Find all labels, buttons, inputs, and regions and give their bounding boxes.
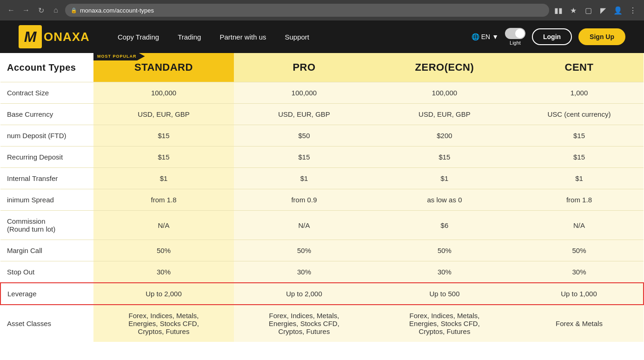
url-bar[interactable]: 🔒 monaxa.com/account-types — [65, 4, 549, 17]
table-header-row: Account Types MOST POPULAR STANDARD PRO … — [0, 53, 644, 82]
forward-button[interactable]: → — [20, 5, 32, 16]
row-cell: $15 — [515, 147, 644, 168]
row-cell: $1 — [374, 168, 515, 189]
profile-button[interactable]: 👤 — [612, 5, 624, 16]
row-cell: as low as 0 — [374, 189, 515, 211]
row-cell: USD, EUR, GBP — [234, 104, 374, 125]
chevron-down-icon: ▼ — [492, 33, 498, 40]
row-cell: USC (cent currency) — [515, 104, 644, 125]
table-row: Contract Size100,000100,000100,0001,000 — [0, 82, 644, 104]
row-cell: 100,000 — [93, 82, 234, 104]
row-cell: Forex, Indices, Metals,Energies, Stocks … — [374, 305, 515, 342]
nav-actions: 🌐 EN ▼ Light Login Sign Up — [471, 28, 625, 46]
extensions-button[interactable]: ▢ — [583, 5, 594, 16]
logo-text: ONAXA — [44, 30, 90, 44]
table-row: inimum Spreadfrom 1.8from 0.9as low as 0… — [0, 189, 644, 211]
refresh-button[interactable]: ↻ — [35, 5, 46, 16]
row-cell: Up to 2,000 — [93, 283, 234, 305]
row-cell: $15 — [374, 147, 515, 168]
row-label: Base Currency — [0, 104, 93, 125]
lock-icon: 🔒 — [71, 7, 77, 13]
row-cell: Forex & Metals — [515, 305, 644, 342]
row-cell: USD, EUR, GBP — [374, 104, 515, 125]
table-row: Recurring Deposit$15$15$15$15 — [0, 147, 644, 168]
row-cell: 50% — [234, 240, 374, 261]
table-row: Margin Call50%50%50%50% — [0, 240, 644, 261]
split-button[interactable]: ◤ — [598, 5, 609, 16]
row-cell: $1 — [515, 168, 644, 189]
toggle-label: Light — [510, 40, 521, 46]
row-cell: $15 — [93, 147, 234, 168]
row-label: Internal Transfer — [0, 168, 93, 189]
theme-toggle-container: Light — [505, 28, 525, 46]
standard-column-header: MOST POPULAR STANDARD — [93, 53, 234, 82]
zero-column-header: ZERO(ECN) — [374, 53, 515, 82]
back-button[interactable]: ← — [6, 5, 17, 16]
pro-column-header: PRO — [234, 53, 374, 82]
row-cell: 50% — [515, 240, 644, 261]
row-cell: 100,000 — [234, 82, 374, 104]
row-cell: $1 — [234, 168, 374, 189]
row-cell: Up to 2,000 — [234, 283, 374, 305]
row-cell: 30% — [374, 261, 515, 283]
theme-toggle[interactable] — [505, 28, 525, 39]
row-cell: USD, EUR, GBP — [93, 104, 234, 125]
row-cell: $15 — [515, 125, 644, 147]
row-label: Recurring Deposit — [0, 147, 93, 168]
nav-copy-trading[interactable]: Copy Trading — [118, 33, 159, 41]
cast-button[interactable]: ▮▮ — [553, 5, 564, 16]
nav-trading[interactable]: Trading — [178, 33, 201, 41]
logo-icon: M — [19, 25, 42, 48]
table-row: Commission(Round turn lot)N/AN/A$6N/A — [0, 211, 644, 240]
row-cell: $200 — [374, 125, 515, 147]
table-row: Stop Out30%30%30%30% — [0, 261, 644, 283]
table-row: Internal Transfer$1$1$1$1 — [0, 168, 644, 189]
table-row: Base CurrencyUSD, EUR, GBPUSD, EUR, GBPU… — [0, 104, 644, 125]
login-button[interactable]: Login — [532, 28, 572, 45]
account-types-header: Account Types — [0, 53, 93, 82]
menu-button[interactable]: ⋮ — [627, 5, 638, 16]
row-label: num Deposit (FTD) — [0, 125, 93, 147]
row-cell: 30% — [234, 261, 374, 283]
row-cell: Up to 1,000 — [515, 283, 644, 305]
account-types-section: Account Types MOST POPULAR STANDARD PRO … — [0, 53, 644, 360]
cent-column-header: CENT — [515, 53, 644, 82]
row-cell: 50% — [374, 240, 515, 261]
nav-partner[interactable]: Partner with us — [219, 33, 266, 41]
row-cell: $15 — [93, 125, 234, 147]
row-cell: from 1.8 — [515, 189, 644, 211]
home-button[interactable]: ⌂ — [50, 5, 61, 16]
row-cell: 50% — [93, 240, 234, 261]
row-cell: $1 — [93, 168, 234, 189]
account-types-table: Account Types MOST POPULAR STANDARD PRO … — [0, 53, 644, 342]
signup-button[interactable]: Sign Up — [578, 28, 625, 45]
browser-actions: ▮▮ ★ ▢ ◤ 👤 ⋮ — [553, 5, 638, 16]
row-cell: Forex, Indices, Metals,Energies, Stocks … — [234, 305, 374, 342]
row-cell: N/A — [93, 211, 234, 240]
bookmark-button[interactable]: ★ — [568, 5, 579, 16]
nav-links: Copy Trading Trading Partner with us Sup… — [118, 33, 471, 41]
table-row: LeverageUp to 2,000Up to 2,000Up to 500U… — [0, 283, 644, 305]
nav-support[interactable]: Support — [285, 33, 309, 41]
row-cell: from 0.9 — [234, 189, 374, 211]
most-popular-badge: MOST POPULAR — [93, 53, 145, 60]
row-cell: 30% — [93, 261, 234, 283]
lang-selector[interactable]: 🌐 EN ▼ — [471, 33, 498, 40]
globe-icon: 🌐 — [471, 33, 479, 40]
row-label: Margin Call — [0, 240, 93, 261]
row-cell: $50 — [234, 125, 374, 147]
row-label: Stop Out — [0, 261, 93, 283]
lang-text: EN — [481, 33, 490, 40]
row-cell: 100,000 — [374, 82, 515, 104]
row-label: Leverage — [0, 283, 93, 305]
browser-chrome: ← → ↻ ⌂ 🔒 monaxa.com/account-types ▮▮ ★ … — [0, 0, 644, 20]
row-label: inimum Spread — [0, 189, 93, 211]
navbar: M ONAXA Copy Trading Trading Partner wit… — [0, 20, 644, 53]
row-label: Asset Classes — [0, 305, 93, 342]
row-cell: N/A — [234, 211, 374, 240]
row-label: Commission(Round turn lot) — [0, 211, 93, 240]
row-cell: 30% — [515, 261, 644, 283]
row-cell: $15 — [234, 147, 374, 168]
table-row: Asset ClassesForex, Indices, Metals,Ener… — [0, 305, 644, 342]
logo[interactable]: M ONAXA — [19, 25, 90, 48]
